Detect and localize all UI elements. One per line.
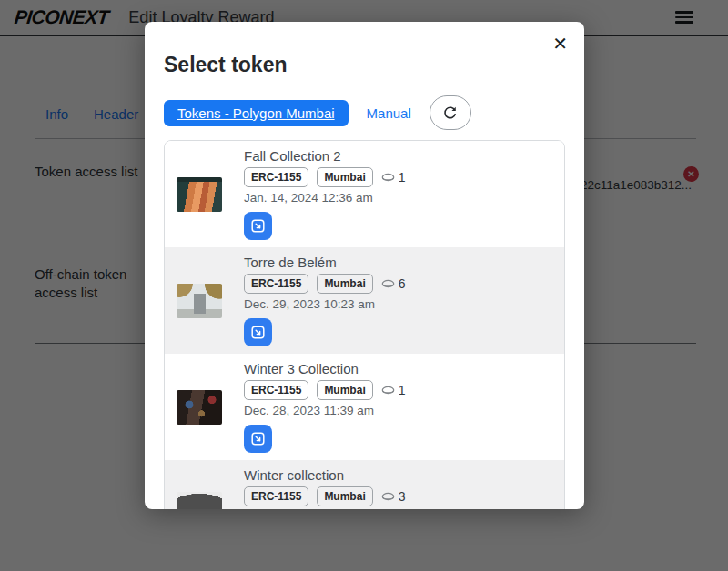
token-row: Torre de Belém ERC-1155 Mumbai 6 Dec. 29… — [165, 247, 564, 354]
token-name: Winter 3 Collection — [244, 361, 359, 376]
select-token-button[interactable] — [244, 425, 272, 453]
coin-icon — [381, 173, 395, 183]
token-network-badge: Mumbai — [317, 380, 372, 400]
token-thumbnail — [177, 492, 222, 510]
coin-icon — [381, 492, 395, 502]
token-row: Fall Collection 2 ERC-1155 Mumbai 1 Jan.… — [165, 141, 564, 247]
modal-title: Select token — [164, 53, 565, 77]
token-name: Torre de Belém — [244, 255, 337, 270]
coin-icon — [381, 386, 395, 396]
token-row: Winter 3 Collection ERC-1155 Mumbai 1 De… — [165, 354, 564, 460]
token-date: Dec. 29, 2023 10:23 am — [244, 297, 375, 311]
modal-tabbar: Tokens - Polygon Mumbai Manual — [164, 95, 565, 130]
token-name: Fall Collection 2 — [244, 148, 341, 164]
token-date: Jan. 14, 2024 12:36 am — [244, 191, 373, 205]
tab-tokens-polygon-mumbai[interactable]: Tokens - Polygon Mumbai — [164, 100, 349, 126]
close-icon[interactable]: ✕ — [547, 29, 573, 58]
box-arrow-down-right-icon — [251, 219, 265, 233]
token-thumbnail — [177, 284, 222, 318]
token-thumbnail — [177, 177, 222, 212]
token-count: 1 — [399, 170, 406, 185]
token-row: Winter collection ERC-1155 Mumbai 3 Dec.… — [165, 460, 564, 509]
token-thumbnail — [177, 390, 222, 425]
token-standard-badge: ERC-1155 — [244, 274, 308, 294]
token-network-badge: Mumbai — [317, 274, 372, 294]
token-network-badge: Mumbai — [317, 486, 372, 506]
token-name: Winter collection — [244, 467, 344, 483]
token-network-badge: Mumbai — [317, 167, 372, 187]
box-arrow-down-right-icon — [251, 326, 265, 339]
refresh-icon — [442, 105, 458, 121]
token-list: Fall Collection 2 ERC-1155 Mumbai 1 Jan.… — [164, 140, 565, 509]
tab-manual[interactable]: Manual — [367, 105, 411, 121]
select-token-button[interactable] — [244, 318, 272, 346]
token-count: 6 — [399, 276, 406, 291]
token-standard-badge: ERC-1155 — [244, 380, 308, 400]
token-count: 1 — [399, 383, 406, 397]
select-token-modal: ✕ Select token Tokens - Polygon Mumbai M… — [145, 22, 584, 509]
token-standard-badge: ERC-1155 — [244, 486, 308, 506]
token-count: 3 — [399, 489, 406, 504]
refresh-button[interactable] — [430, 95, 471, 130]
select-token-button[interactable] — [244, 212, 272, 240]
token-standard-badge: ERC-1155 — [244, 167, 308, 187]
token-date: Dec. 28, 2023 11:39 am — [244, 404, 374, 417]
coin-icon — [381, 279, 395, 289]
box-arrow-down-right-icon — [251, 432, 265, 446]
